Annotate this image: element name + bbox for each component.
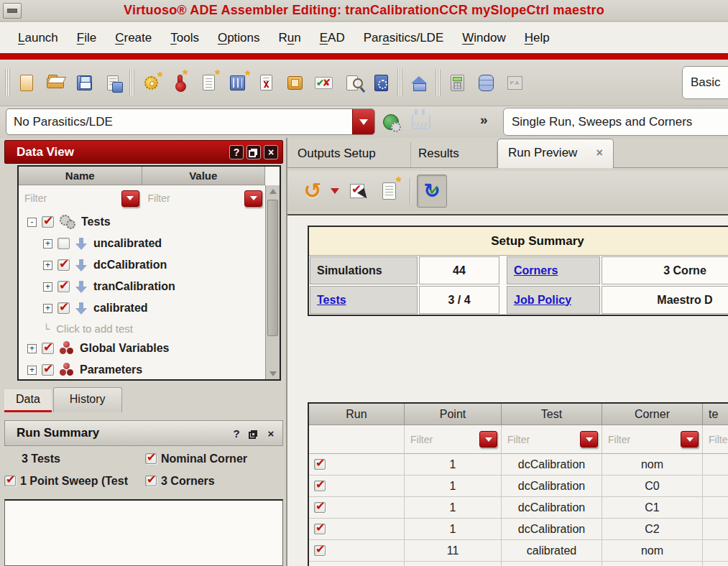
toolbar-grip[interactable] xyxy=(397,69,402,96)
table-row[interactable]: 1 dcCalibration C0 xyxy=(309,475,728,497)
tree-checkbox[interactable] xyxy=(57,302,70,314)
parasitics-control-button[interactable] xyxy=(377,106,405,138)
run-script-button[interactable] xyxy=(280,67,309,98)
te-filter[interactable]: Filter xyxy=(703,425,728,454)
name-filter-input[interactable]: Filter xyxy=(24,192,47,204)
corners-link[interactable]: Corners xyxy=(514,264,558,277)
menu-item[interactable]: Window xyxy=(454,28,513,48)
results-browser-button[interactable] xyxy=(471,67,500,98)
close-button[interactable]: × xyxy=(264,145,278,159)
menu-item[interactable]: Create xyxy=(107,28,160,48)
table-row[interactable]: 1 dcCalibration C2 xyxy=(309,519,728,540)
scroll-up-icon[interactable] xyxy=(266,185,280,197)
select-runs-button[interactable] xyxy=(342,175,372,208)
run-checkbox[interactable] xyxy=(314,545,326,556)
netlist-button[interactable] xyxy=(194,67,223,98)
corners-checkbox[interactable] xyxy=(145,475,157,486)
run-checkbox[interactable] xyxy=(314,459,326,470)
refresh-preview-button[interactable]: ↻ xyxy=(417,175,447,208)
job-policy-link[interactable]: Job Policy xyxy=(514,294,571,307)
column-header-run[interactable]: Run xyxy=(309,404,405,425)
test-filter-input[interactable]: Filter xyxy=(507,434,530,445)
tab-run-preview[interactable]: Run Preview × xyxy=(497,139,614,168)
undo-button[interactable]: ↺ xyxy=(298,175,328,208)
tree-expander[interactable]: + xyxy=(27,344,37,353)
filter-dropdown-icon[interactable] xyxy=(244,190,262,207)
tab-close-icon[interactable]: × xyxy=(596,147,602,159)
te-filter-input[interactable]: Filter xyxy=(709,434,728,445)
float-dock-button[interactable] xyxy=(246,145,261,159)
data-view-titlebar[interactable]: Data View ? × xyxy=(4,140,283,164)
filter-dropdown-icon[interactable] xyxy=(121,190,139,207)
menu-item[interactable]: Parasitics/LDE xyxy=(356,28,452,48)
corner-filter[interactable]: Filter xyxy=(602,425,703,454)
point-filter-input[interactable]: Filter xyxy=(410,434,433,445)
toolbar-grip[interactable] xyxy=(436,69,441,96)
tree-item[interactable]: Click to add test xyxy=(19,319,265,338)
close-button[interactable]: × xyxy=(264,426,278,440)
run-mode-combo[interactable]: Single Run, Sweeps and Corners xyxy=(503,108,728,136)
tree-scrollbar[interactable] xyxy=(265,185,280,379)
tree-expander[interactable]: + xyxy=(43,239,52,249)
home-button[interactable] xyxy=(405,67,433,98)
menu-item[interactable]: Help xyxy=(517,28,558,48)
tree-expander[interactable]: + xyxy=(43,282,52,292)
save-button[interactable] xyxy=(70,67,98,98)
name-filter[interactable]: Filter xyxy=(19,190,142,207)
test-filter[interactable]: Filter xyxy=(502,425,602,454)
menu-item[interactable]: Options xyxy=(210,28,268,48)
tree-checkbox[interactable] xyxy=(42,343,54,354)
column-header-value[interactable]: Value xyxy=(142,167,266,185)
table-row[interactable]: 11 calibrated C0 xyxy=(309,562,728,566)
tree-checkbox[interactable] xyxy=(57,281,70,292)
table-row[interactable]: 1 dcCalibration C1 xyxy=(309,497,728,519)
toolbar-grip[interactable] xyxy=(129,69,134,96)
undo-dropdown-icon[interactable] xyxy=(331,188,339,194)
toolbar-grip[interactable] xyxy=(5,69,10,96)
point-sweep-checkbox[interactable] xyxy=(4,475,16,486)
filter-dropdown-icon[interactable] xyxy=(580,431,598,447)
run-checkbox[interactable] xyxy=(314,481,326,491)
tab-results[interactable]: Results xyxy=(411,142,497,167)
tree-item[interactable]: + calibrated xyxy=(19,297,265,319)
annotate-button[interactable] xyxy=(165,67,194,98)
basic-mode-combo[interactable]: Basic xyxy=(682,66,728,99)
tree-expander[interactable]: - xyxy=(27,218,37,227)
tests-link[interactable]: Tests xyxy=(317,294,346,307)
parasitics-button[interactable] xyxy=(500,67,529,98)
scroll-down-icon[interactable] xyxy=(266,368,280,379)
tree-expander[interactable]: + xyxy=(43,261,52,270)
tab-history[interactable]: History xyxy=(53,387,122,412)
menu-item[interactable]: Launch xyxy=(10,28,66,48)
combo-dropdown-icon[interactable] xyxy=(352,109,374,134)
menu-item[interactable]: File xyxy=(69,28,104,48)
calculator-button[interactable] xyxy=(443,67,471,98)
examine-button[interactable] xyxy=(338,67,367,98)
tree-item[interactable]: + dcCalibration xyxy=(19,254,265,276)
tree-checkbox[interactable] xyxy=(42,216,54,228)
variables-button[interactable] xyxy=(223,67,252,98)
tab-outputs-setup[interactable]: Outputs Setup xyxy=(290,142,411,167)
table-row[interactable]: 11 calibrated nom xyxy=(309,540,728,562)
tree-checkbox[interactable] xyxy=(42,364,54,376)
menu-item[interactable]: Tools xyxy=(162,28,207,48)
float-dock-button[interactable] xyxy=(246,426,261,440)
value-filter[interactable]: Filter xyxy=(142,190,266,207)
menu-item[interactable]: Run xyxy=(271,28,309,48)
value-filter-input[interactable]: Filter xyxy=(148,192,170,204)
run-checkbox[interactable] xyxy=(314,502,326,513)
new-document-button[interactable] xyxy=(374,175,404,208)
run-summary-titlebar[interactable]: Run Summary ? × xyxy=(4,420,283,446)
column-header-point[interactable]: Point xyxy=(405,404,502,425)
tree-expander[interactable]: + xyxy=(43,304,52,313)
tree-checkbox[interactable] xyxy=(57,238,70,249)
filter-dropdown-icon[interactable] xyxy=(479,431,497,447)
new-cellview-button[interactable] xyxy=(12,67,41,98)
options-button[interactable] xyxy=(137,67,165,98)
tree-item[interactable]: + Parameters xyxy=(19,359,265,381)
column-header-name[interactable]: Name xyxy=(19,167,142,185)
table-row[interactable]: 1 dcCalibration nom xyxy=(309,454,728,475)
tree-item[interactable]: + tranCalibration xyxy=(19,276,265,297)
parasitics-combo[interactable]: No Parasitics/LDE xyxy=(6,108,375,135)
tree-item[interactable]: - Tests xyxy=(19,211,265,233)
